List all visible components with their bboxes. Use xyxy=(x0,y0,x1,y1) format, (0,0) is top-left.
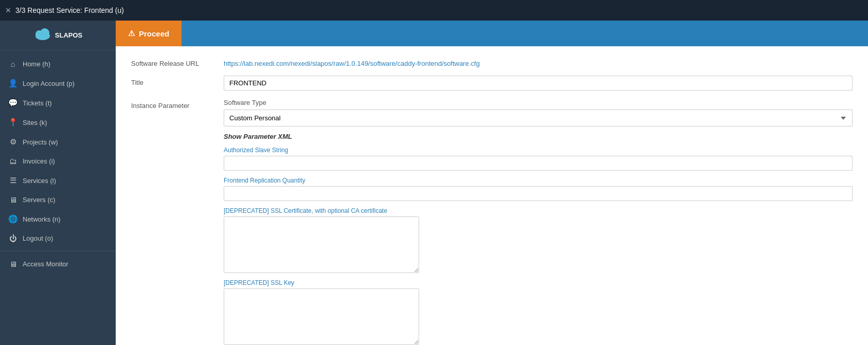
sidebar-item-projects-label: Projects (w) xyxy=(23,138,58,146)
software-release-url-row: Software Release URL https://lab.nexedi.… xyxy=(131,57,853,67)
user-icon: 👤 xyxy=(8,79,17,88)
sidebar-item-networks-label: Networks (n) xyxy=(23,215,61,223)
cloud-icon xyxy=(33,27,52,44)
instance-parameter-row: Instance Parameter Software Type Custom … xyxy=(131,99,853,345)
authorized-slave-string-input[interactable] xyxy=(224,156,853,171)
deprecated-ssl-key-textarea[interactable] xyxy=(224,288,419,345)
deprecated-ssl-cert-label: [DEPRECATED] SSL Certificate, with optio… xyxy=(224,207,853,214)
form-area: Software Release URL https://lab.nexedi.… xyxy=(116,46,868,345)
logout-icon: ⏻ xyxy=(8,234,17,243)
top-bar: ✕ 3/3 Request Service: Frontend (u) xyxy=(0,0,868,21)
top-bar-title: 3/3 Request Service: Frontend (u) xyxy=(15,6,124,14)
main-layout: SLAPOS ⌂ Home (h) 👤 Login Account (p) 💬 … xyxy=(0,21,868,345)
sidebar-item-tickets[interactable]: 💬 Tickets (t) xyxy=(0,93,116,113)
sidebar-nav: ⌂ Home (h) 👤 Login Account (p) 💬 Tickets… xyxy=(0,50,116,345)
instance-parameter-section: Software Type Custom Personal Default Re… xyxy=(224,99,853,345)
sidebar-logo: SLAPOS xyxy=(0,21,116,50)
monitor-icon: 🖥 xyxy=(8,260,17,268)
sidebar-item-home[interactable]: ⌂ Home (h) xyxy=(0,55,116,74)
close-icon[interactable]: ✕ xyxy=(5,6,11,14)
sidebar-item-login-account[interactable]: 👤 Login Account (p) xyxy=(0,74,116,93)
software-release-url-value: https://lab.nexedi.com/nexedi/slapos/raw… xyxy=(224,57,853,67)
sidebar-item-servers[interactable]: 🖥 Servers (c) xyxy=(0,190,116,209)
servers-icon: 🖥 xyxy=(8,195,17,204)
projects-icon: ⚙ xyxy=(8,137,17,147)
title-input[interactable] xyxy=(224,76,853,90)
frontend-replication-quantity-input[interactable] xyxy=(224,186,853,201)
sidebar-item-servers-label: Servers (c) xyxy=(23,196,56,204)
sidebar-logo-text: SLAPOS xyxy=(55,31,82,39)
software-type-select[interactable]: Custom Personal Default Replicate xyxy=(224,110,853,126)
action-bar: ⚠ Proceed xyxy=(116,21,868,46)
sites-icon: 📍 xyxy=(8,118,17,127)
sidebar-item-access-monitor[interactable]: 🖥 Access Monitor xyxy=(0,255,116,274)
warning-icon: ⚠ xyxy=(128,29,135,38)
sidebar-item-logout[interactable]: ⏻ Logout (o) xyxy=(0,229,116,248)
home-icon: ⌂ xyxy=(8,60,17,68)
sidebar-item-tickets-label: Tickets (t) xyxy=(23,99,52,107)
sidebar-item-logout-label: Logout (o) xyxy=(23,234,53,242)
deprecated-ssl-key-label: [DEPRECATED] SSL Key xyxy=(224,279,853,286)
content-area: ⚠ Proceed Software Release URL https://l… xyxy=(116,21,868,345)
software-release-url-label: Software Release URL xyxy=(131,57,224,67)
title-row: Title xyxy=(131,76,853,90)
sidebar: SLAPOS ⌂ Home (h) 👤 Login Account (p) 💬 … xyxy=(0,21,116,345)
sidebar-item-login-label: Login Account (p) xyxy=(23,80,75,87)
sidebar-item-sites[interactable]: 📍 Sites (k) xyxy=(0,113,116,132)
show-parameter-xml-toggle[interactable]: Show Parameter XML xyxy=(224,133,853,140)
sidebar-item-invoices-label: Invoices (i) xyxy=(23,157,55,165)
proceed-button[interactable]: ⚠ Proceed xyxy=(116,21,182,46)
sidebar-item-services-label: Services (l) xyxy=(23,177,56,185)
proceed-label: Proceed xyxy=(139,29,169,38)
tickets-icon: 💬 xyxy=(8,98,17,107)
sidebar-item-home-label: Home (h) xyxy=(23,60,50,68)
sidebar-item-sites-label: Sites (k) xyxy=(23,119,47,126)
sidebar-item-services[interactable]: ☰ Services (l) xyxy=(0,171,116,190)
svg-point-3 xyxy=(35,33,50,39)
frontend-replication-quantity-label: Frontend Replication Quantity xyxy=(224,177,853,184)
sidebar-divider xyxy=(0,251,116,251)
software-type-label: Software Type xyxy=(224,99,853,106)
sidebar-item-projects[interactable]: ⚙ Projects (w) xyxy=(0,132,116,152)
invoices-icon: 🗂 xyxy=(8,157,17,166)
services-icon: ☰ xyxy=(8,176,17,185)
title-label: Title xyxy=(131,76,224,86)
authorized-slave-string-label: Authorized Slave String xyxy=(224,147,853,154)
instance-parameter-label: Instance Parameter xyxy=(131,99,224,110)
sidebar-item-access-monitor-label: Access Monitor xyxy=(23,260,68,268)
sidebar-item-networks[interactable]: 🌐 Networks (n) xyxy=(0,209,116,229)
deprecated-ssl-cert-textarea[interactable] xyxy=(224,216,419,273)
sidebar-item-invoices[interactable]: 🗂 Invoices (i) xyxy=(0,152,116,171)
networks-icon: 🌐 xyxy=(8,214,17,224)
